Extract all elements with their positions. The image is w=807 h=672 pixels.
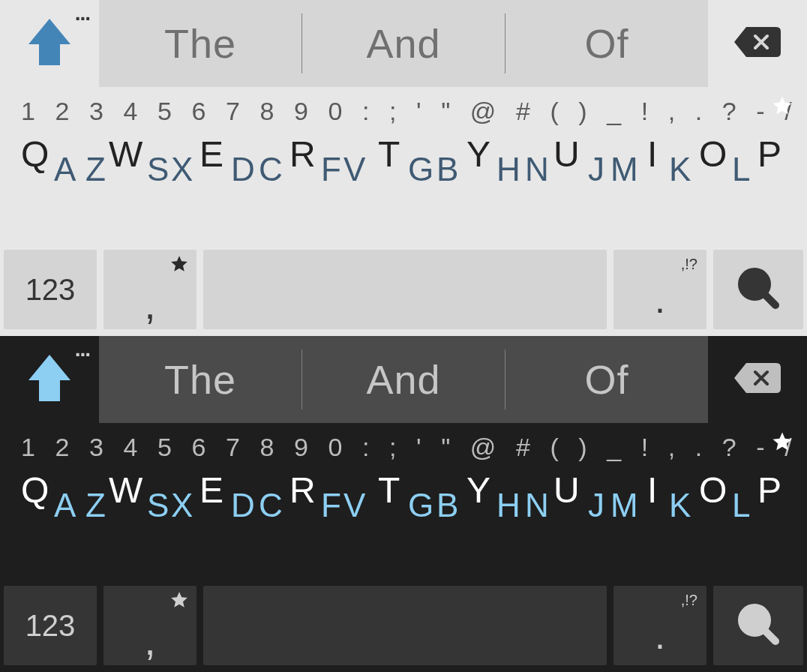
letter-key[interactable]: Q <box>21 472 49 508</box>
letter-key-secondary[interactable]: D <box>231 489 255 522</box>
letter-key[interactable]: P <box>758 472 782 508</box>
symbol-key[interactable]: , <box>668 433 675 462</box>
letter-key-secondary[interactable]: G <box>408 489 434 522</box>
backspace-key[interactable] <box>708 0 807 87</box>
letter-key[interactable]: O <box>699 136 727 172</box>
symbol-key[interactable]: # <box>516 433 530 462</box>
letter-key[interactable]: P <box>758 136 782 172</box>
symbol-key[interactable]: ( <box>550 433 558 462</box>
letter-key-secondary[interactable]: F <box>321 489 341 522</box>
symbol-key[interactable]: 2 <box>56 97 70 126</box>
letter-key-secondary[interactable]: C <box>259 489 283 522</box>
star-key[interactable] <box>771 430 794 456</box>
letter-key-secondary[interactable]: X <box>171 153 193 186</box>
symbol-key[interactable]: 4 <box>124 433 138 462</box>
letter-key-secondary[interactable]: B <box>436 153 458 186</box>
letter-key-secondary[interactable]: V <box>344 489 365 522</box>
symbol-key[interactable]: ; <box>389 433 396 462</box>
letter-key-secondary[interactable]: H <box>496 489 520 522</box>
symbol-key[interactable]: ) <box>578 433 586 462</box>
symbol-key[interactable]: ' <box>416 97 422 126</box>
letter-key[interactable]: T <box>378 472 400 508</box>
letter-key[interactable]: U <box>554 136 580 172</box>
symbol-key[interactable]: 5 <box>158 433 172 462</box>
symbol-key[interactable]: 1 <box>21 97 35 126</box>
backspace-key[interactable] <box>708 336 807 423</box>
symbol-key[interactable]: 2 <box>56 433 70 462</box>
letter-key-secondary[interactable]: C <box>259 153 283 186</box>
letter-key[interactable]: U <box>554 472 580 508</box>
letter-key-secondary[interactable]: K <box>669 153 691 186</box>
space-key[interactable] <box>203 586 607 665</box>
letter-key[interactable]: E <box>200 472 224 508</box>
letter-key[interactable]: O <box>699 472 727 508</box>
period-key[interactable]: ,!? . <box>614 250 706 329</box>
symbol-key[interactable]: 8 <box>260 97 274 126</box>
suggestion-item[interactable]: The <box>99 20 302 67</box>
letter-key-secondary[interactable]: H <box>496 153 520 186</box>
space-key[interactable] <box>203 250 607 329</box>
symbol-key[interactable]: " <box>441 97 450 126</box>
symbol-key[interactable]: ! <box>641 97 648 126</box>
symbol-key[interactable]: 3 <box>89 433 104 462</box>
letter-key-secondary[interactable]: D <box>231 153 255 186</box>
symbol-key[interactable]: 4 <box>124 97 138 126</box>
symbol-key[interactable]: 8 <box>260 433 274 462</box>
letter-key-secondary[interactable]: S <box>147 489 169 522</box>
symbol-key[interactable]: , <box>668 97 675 126</box>
suggestion-item[interactable]: And <box>302 20 505 67</box>
symbol-key[interactable]: 9 <box>294 97 308 126</box>
symbol-key[interactable]: 0 <box>328 433 343 462</box>
period-key[interactable]: ,!? . <box>614 586 706 665</box>
letter-key[interactable]: W <box>109 472 142 508</box>
suggestion-item[interactable]: Of <box>506 356 708 403</box>
symbol-key[interactable]: # <box>516 97 530 126</box>
letter-key[interactable]: E <box>200 136 224 172</box>
symbol-key[interactable]: _ <box>607 97 621 126</box>
symbol-key[interactable]: - <box>756 433 764 462</box>
suggestion-item[interactable]: The <box>99 356 302 403</box>
symbol-key[interactable]: 0 <box>328 97 343 126</box>
star-key[interactable] <box>771 94 794 120</box>
letter-key[interactable]: Y <box>466 136 490 172</box>
numeric-toggle-key[interactable]: 123 <box>4 586 97 665</box>
search-key[interactable] <box>713 586 803 665</box>
letter-key-secondary[interactable]: L <box>732 153 750 186</box>
symbol-key[interactable]: 6 <box>192 433 206 462</box>
letter-key-secondary[interactable]: M <box>610 153 638 186</box>
symbol-key[interactable]: 1 <box>21 433 35 462</box>
letter-key-secondary[interactable]: Z <box>86 489 106 522</box>
letter-key[interactable]: T <box>378 136 400 172</box>
letter-key-secondary[interactable]: V <box>344 153 365 186</box>
letter-key[interactable]: Q <box>21 136 49 172</box>
letter-key-secondary[interactable]: A <box>54 489 76 522</box>
symbol-key[interactable]: : <box>362 433 369 462</box>
symbol-key[interactable]: . <box>695 97 702 126</box>
search-key[interactable] <box>713 250 803 329</box>
shift-key[interactable]: ... <box>0 336 99 423</box>
comma-key[interactable]: , <box>104 250 196 329</box>
symbol-key[interactable]: ? <box>722 433 736 462</box>
letter-key[interactable]: W <box>109 136 142 172</box>
symbol-key[interactable]: - <box>756 97 764 126</box>
letter-key-secondary[interactable]: N <box>525 489 549 522</box>
letter-key[interactable]: R <box>290 472 316 508</box>
letter-key-secondary[interactable]: Z <box>86 153 106 186</box>
letter-key-secondary[interactable]: J <box>588 153 604 186</box>
letter-key[interactable]: Y <box>466 472 490 508</box>
letter-key-secondary[interactable]: X <box>171 489 193 522</box>
letter-key-secondary[interactable]: A <box>54 153 76 186</box>
symbol-key[interactable]: @ <box>470 433 496 462</box>
symbol-key[interactable]: ) <box>578 97 586 126</box>
symbol-key[interactable]: ? <box>722 97 736 126</box>
symbol-key[interactable]: 9 <box>294 433 308 462</box>
letter-key-secondary[interactable]: N <box>525 153 549 186</box>
letter-key-secondary[interactable]: F <box>321 153 341 186</box>
letter-key-secondary[interactable]: B <box>436 489 458 522</box>
letter-key-secondary[interactable]: K <box>669 489 691 522</box>
symbol-key[interactable]: 6 <box>192 97 206 126</box>
numeric-toggle-key[interactable]: 123 <box>4 250 97 329</box>
symbol-key[interactable]: ' <box>416 433 422 462</box>
letter-key-secondary[interactable]: J <box>588 489 604 522</box>
letter-key-secondary[interactable]: L <box>732 489 750 522</box>
